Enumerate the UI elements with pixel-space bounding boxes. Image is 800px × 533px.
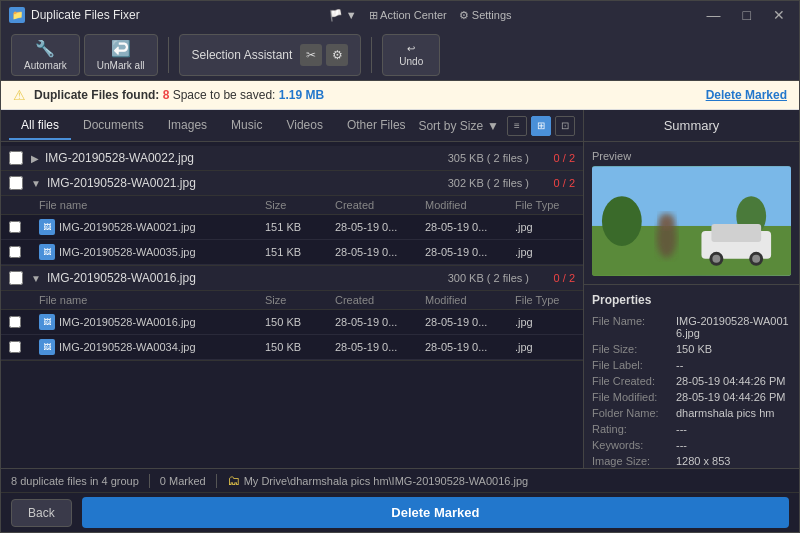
- app-icon: 📁: [9, 7, 25, 23]
- group-checkbox-2[interactable]: [9, 176, 23, 190]
- file-type-2-1: .jpg: [515, 221, 575, 233]
- close-button[interactable]: ✕: [767, 5, 791, 25]
- tab-images[interactable]: Images: [156, 112, 219, 140]
- prop-value-rating: ---: [676, 423, 687, 435]
- group-checkbox-1[interactable]: [9, 151, 23, 165]
- prop-filecreated: File Created: 28-05-19 04:44:26 PM: [592, 373, 791, 389]
- col-check-3: [9, 294, 39, 306]
- file-size-3-2: 150 KB: [265, 341, 335, 353]
- back-button[interactable]: Back: [11, 499, 72, 527]
- col-check: [9, 199, 39, 211]
- table-row: 🖼 IMG-20190528-WA0016.jpg 150 KB 28-05-1…: [1, 310, 583, 335]
- automark-button[interactable]: 🔧 Automark: [11, 34, 80, 76]
- prop-value-created: 28-05-19 04:44:26 PM: [676, 375, 785, 387]
- maximize-button[interactable]: □: [737, 5, 757, 25]
- automark-label: Automark: [24, 60, 67, 71]
- status-separator-2: [216, 474, 217, 488]
- info-bar: ⚠ Duplicate Files found: 8 Space to be s…: [1, 81, 799, 110]
- title-bar: 📁 Duplicate Files Fixer 🏳️ ▼ ⊞ Action Ce…: [1, 1, 799, 29]
- selection-assistant[interactable]: Selection Assistant ✂ ⚙: [179, 34, 362, 76]
- group-count-3: 0 / 2: [545, 272, 575, 284]
- file-modified-2-2: 28-05-19 0...: [425, 246, 515, 258]
- file-created-2-1: 28-05-19 0...: [335, 221, 425, 233]
- undo-icon: ↩: [407, 43, 415, 54]
- file-thumb-icon: 🖼: [39, 219, 55, 235]
- row-checkbox-3-2[interactable]: [9, 341, 21, 353]
- tab-other-files[interactable]: Other Files: [335, 112, 418, 140]
- row-checkbox-2-2[interactable]: [9, 246, 21, 258]
- tab-all-files[interactable]: All files: [9, 112, 71, 140]
- group-header-1[interactable]: ▶ IMG-20190528-WA0022.jpg 305 KB ( 2 fil…: [1, 146, 583, 171]
- col-filetype: File Type: [515, 199, 575, 211]
- status-path-text: My Drive\dharmshala pics hm\IMG-20190528…: [244, 475, 529, 487]
- flag-region: 🏳️ ▼: [329, 9, 357, 22]
- file-modified-3-2: 28-05-19 0...: [425, 341, 515, 353]
- undo-button[interactable]: ↩ Undo: [382, 34, 440, 76]
- summary-title: Summary: [584, 110, 799, 142]
- automark-icon: 🔧: [35, 39, 55, 58]
- prop-value-folder: dharmshala pics hm: [676, 407, 774, 419]
- file-size-2-2: 151 KB: [265, 246, 335, 258]
- prop-filesize: File Size: 150 KB: [592, 341, 791, 357]
- folder-icon: 🗂: [227, 473, 240, 488]
- grid-view-button[interactable]: ⊞: [531, 116, 551, 136]
- minimize-button[interactable]: —: [701, 5, 727, 25]
- unmarkall-button[interactable]: ↩️ UnMark all: [84, 34, 158, 76]
- row-checkbox-2-1[interactable]: [9, 221, 21, 233]
- toolbar: 🔧 Automark ↩️ UnMark all Selection Assis…: [1, 29, 799, 81]
- group-header-3[interactable]: ▼ IMG-20190528-WA0016.jpg 300 KB ( 2 fil…: [1, 266, 583, 291]
- large-view-button[interactable]: ⊡: [555, 116, 575, 136]
- delete-marked-link[interactable]: Delete Marked: [706, 88, 787, 102]
- group-count-2: 0 / 2: [545, 177, 575, 189]
- group-header-2[interactable]: ▼ IMG-20190528-WA0021.jpg 302 KB ( 2 fil…: [1, 171, 583, 196]
- sub-table-header-3: File name Size Created Modified File Typ…: [1, 291, 583, 310]
- status-separator-1: [149, 474, 150, 488]
- tab-bar: All files Documents Images Music Videos …: [1, 110, 583, 142]
- svg-rect-5: [711, 224, 761, 242]
- sa-icon-scissors: ✂: [300, 44, 322, 66]
- status-files-info: 8 duplicate files in 4 group: [11, 475, 139, 487]
- prop-rating: Rating: ---: [592, 421, 791, 437]
- warning-icon: ⚠: [13, 87, 26, 103]
- list-view-button[interactable]: ≡: [507, 116, 527, 136]
- preview-label: Preview: [592, 150, 791, 162]
- col-modified-3: Modified: [425, 294, 515, 306]
- file-name-3-1: 🖼 IMG-20190528-WA0016.jpg: [39, 314, 265, 330]
- prop-label-created: File Created:: [592, 375, 672, 387]
- action-center[interactable]: ⊞ Action Center: [369, 9, 447, 22]
- svg-point-9: [752, 255, 760, 263]
- title-bar-actions: 🏳️ ▼ ⊞ Action Center ⚙ Settings: [329, 9, 512, 22]
- col-filename-3: File name: [39, 294, 265, 306]
- sub-table-3: File name Size Created Modified File Typ…: [1, 291, 583, 361]
- file-list: ▶ IMG-20190528-WA0022.jpg 305 KB ( 2 fil…: [1, 142, 583, 468]
- tab-videos[interactable]: Videos: [274, 112, 334, 140]
- settings-link[interactable]: ⚙ Settings: [459, 9, 512, 22]
- file-type-3-1: .jpg: [515, 316, 575, 328]
- prop-value-filename: IMG-20190528-WA0016.jpg: [676, 315, 791, 339]
- undo-label: Undo: [399, 56, 423, 67]
- prop-value-imagesize: 1280 x 853: [676, 455, 730, 467]
- delete-marked-button[interactable]: Delete Marked: [82, 497, 789, 528]
- table-row: 🖼 IMG-20190528-WA0035.jpg 151 KB 28-05-1…: [1, 240, 583, 265]
- properties-title: Properties: [592, 293, 791, 307]
- unmarkall-label: UnMark all: [97, 60, 145, 71]
- tab-music[interactable]: Music: [219, 112, 274, 140]
- view-icons: ≡ ⊞ ⊡: [507, 116, 575, 136]
- preview-section: Preview: [584, 142, 799, 285]
- file-size-2-1: 151 KB: [265, 221, 335, 233]
- svg-point-8: [712, 255, 720, 263]
- status-marked-info: 0 Marked: [160, 475, 206, 487]
- sort-button[interactable]: Sort by Size ▼: [418, 119, 499, 133]
- file-type-2-2: .jpg: [515, 246, 575, 258]
- row-checkbox-3-1[interactable]: [9, 316, 21, 328]
- selection-assistant-label: Selection Assistant: [192, 48, 293, 62]
- window-title: Duplicate Files Fixer: [31, 8, 140, 22]
- group-name-2: IMG-20190528-WA0021.jpg: [47, 176, 448, 190]
- table-row: 🖼 IMG-20190528-WA0021.jpg 151 KB 28-05-1…: [1, 215, 583, 240]
- prop-value-modified: 28-05-19 04:44:26 PM: [676, 391, 785, 403]
- info-bar-text: Duplicate Files found: 8 Space to be sav…: [34, 88, 698, 102]
- file-modified-2-1: 28-05-19 0...: [425, 221, 515, 233]
- tab-documents[interactable]: Documents: [71, 112, 156, 140]
- prop-label-filelabel: File Label:: [592, 359, 672, 371]
- group-checkbox-3[interactable]: [9, 271, 23, 285]
